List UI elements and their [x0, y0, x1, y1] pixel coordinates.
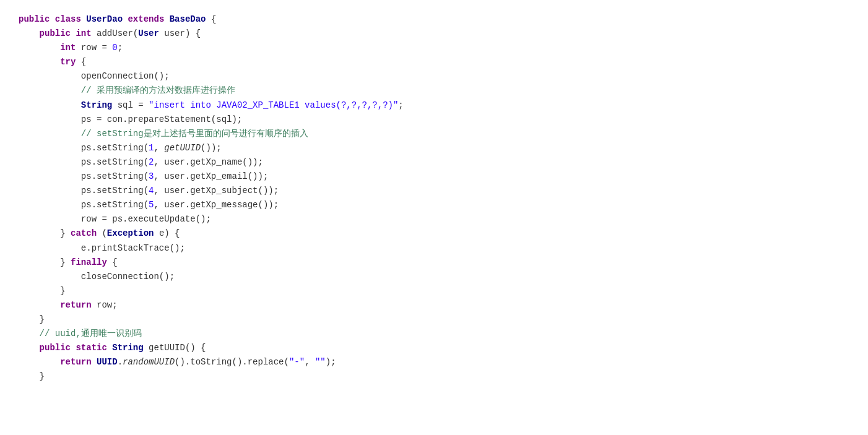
code-editor: public class UserDao extends BaseDao { p…	[12, 6, 856, 390]
code-line-3: public int addUser(User user) {	[12, 27, 856, 41]
code-line-16: ps.setString(5, user.getXp_message());	[12, 198, 856, 212]
code-line-5: try {	[12, 55, 856, 69]
code-line-4: int row = 0;	[12, 41, 856, 55]
code-line-22: closeConnection();	[12, 270, 856, 284]
code-line-29: return UUID.randomUUID().toString().repl…	[12, 355, 856, 369]
code-line-24: return row;	[12, 298, 856, 312]
code-line-13: ps.setString(2, user.getXp_name());	[12, 155, 856, 170]
code-line-20: e.printStackTrace();	[12, 241, 856, 256]
code-line-12: ps.setString(1, getUUID());	[12, 141, 856, 155]
code-line-18: row = ps.executeUpdate();	[12, 212, 856, 226]
code-line-27: // uuid,通用唯一识别码	[12, 327, 856, 341]
code-line-6: openConnection();	[12, 69, 856, 84]
code-line-23: }	[12, 284, 856, 298]
code-line-7: // 采用预编译的方法对数据库进行操作	[12, 84, 856, 98]
code-line-21: } finally {	[12, 256, 856, 270]
code-line-25: }	[12, 312, 856, 327]
code-line-30: }	[12, 369, 856, 384]
code-line-9: String sql = "insert into JAVA02_XP_TABL…	[12, 98, 856, 113]
code-line-28: public static String getUUID() {	[12, 341, 856, 355]
code-line-14: ps.setString(3, user.getXp_email());	[12, 170, 856, 184]
code-line-11: // setString是对上述括号里面的问号进行有顺序的插入	[12, 127, 856, 141]
code-line-19: } catch (Exception e) {	[12, 226, 856, 241]
code-line-1: public class UserDao extends BaseDao {	[12, 12, 856, 27]
code-line-15: ps.setString(4, user.getXp_subject());	[12, 184, 856, 198]
code-line-10: ps = con.prepareStatement(sql);	[12, 113, 856, 127]
